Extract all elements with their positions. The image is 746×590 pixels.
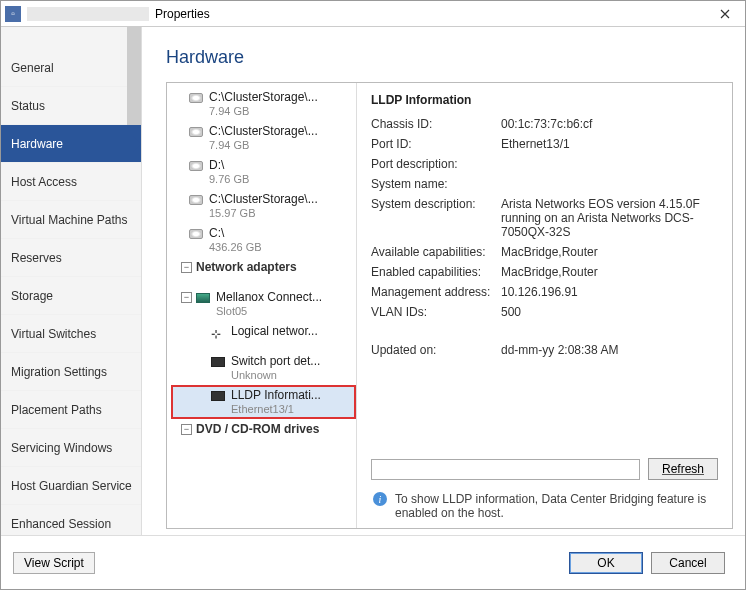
- close-button[interactable]: [705, 1, 745, 27]
- main-panel: Hardware C:\ClusterStorage\...7.94 GB C:…: [142, 27, 745, 535]
- sidebar-label: Reserves: [11, 251, 62, 265]
- kv-updated: Updated on:dd-mm-yy 2:08:38 AM: [371, 343, 718, 357]
- kv-row: System description:Arista Networks EOS v…: [371, 197, 718, 239]
- hardware-tree: C:\ClusterStorage\...7.94 GB C:\ClusterS…: [167, 83, 357, 528]
- app-icon: ▫: [5, 6, 21, 22]
- sidebar-item-host-access[interactable]: Host Access: [1, 163, 141, 201]
- collapse-icon[interactable]: −: [181, 424, 192, 435]
- cancel-button[interactable]: Cancel: [651, 552, 725, 574]
- disk-icon: [189, 195, 203, 205]
- sidebar-label: Migration Settings: [11, 365, 107, 379]
- status-input[interactable]: [371, 459, 640, 480]
- sidebar-item-servicing[interactable]: Servicing Windows: [1, 429, 141, 467]
- kv-row: Available capabilities:MacBridge,Router: [371, 245, 718, 259]
- sidebar-item-migration[interactable]: Migration Settings: [1, 353, 141, 391]
- kv-row: VLAN IDs:500: [371, 305, 718, 319]
- sidebar-label: Placement Paths: [11, 403, 102, 417]
- detail-pane: LLDP Information Chassis ID:00:1c:73:7c:…: [357, 83, 732, 528]
- sidebar-item-placement[interactable]: Placement Paths: [1, 391, 141, 429]
- port-icon: [211, 391, 225, 401]
- detail-title: LLDP Information: [371, 93, 718, 107]
- tree-header-dvd[interactable]: −DVD / CD-ROM drives: [171, 419, 356, 449]
- titlebar: ▫ Properties: [1, 1, 745, 27]
- refresh-button[interactable]: Refresh: [648, 458, 718, 480]
- disk-icon: [189, 127, 203, 137]
- tree-adapter-item[interactable]: −Mellanox Connect...Slot05: [171, 287, 356, 321]
- tree-disk-item[interactable]: C:\ClusterStorage\...15.97 GB: [171, 189, 356, 223]
- sidebar-item-reserves[interactable]: Reserves: [1, 239, 141, 277]
- sidebar-label: Virtual Machine Paths: [11, 213, 128, 227]
- info-icon: i: [373, 492, 387, 506]
- kv-row: Enabled capabilities:MacBridge,Router: [371, 265, 718, 279]
- sidebar-label: Servicing Windows: [11, 441, 112, 455]
- sidebar-item-general[interactable]: General: [1, 49, 141, 87]
- sidebar-label: Enhanced Session: [11, 517, 111, 531]
- ok-button[interactable]: OK: [569, 552, 643, 574]
- close-icon: [720, 9, 730, 19]
- sidebar-item-status[interactable]: Status: [1, 87, 141, 125]
- footer: View Script OK Cancel: [1, 535, 745, 589]
- view-script-button[interactable]: View Script: [13, 552, 95, 574]
- tree-disk-item[interactable]: C:\ClusterStorage\...7.94 GB: [171, 121, 356, 155]
- page-heading: Hardware: [166, 47, 733, 68]
- sidebar-item-guardian[interactable]: Host Guardian Service: [1, 467, 141, 505]
- kv-row: Port ID:Ethernet13/1: [371, 137, 718, 151]
- disk-icon: [189, 93, 203, 103]
- logical-network-icon: ⊹: [211, 327, 225, 337]
- kv-row: System name:: [371, 177, 718, 191]
- window-title: Properties: [155, 7, 210, 21]
- sidebar-item-vm-paths[interactable]: Virtual Machine Paths: [1, 201, 141, 239]
- disk-icon: [189, 229, 203, 239]
- tree-disk-item[interactable]: D:\9.76 GB: [171, 155, 356, 189]
- tree-lldp-info[interactable]: LLDP Informati...Ethernet13/1: [171, 385, 356, 419]
- tree-logical-network[interactable]: ⊹Logical networ...: [171, 321, 356, 351]
- tree-header-network[interactable]: −Network adapters: [171, 257, 356, 287]
- info-text: To show LLDP information, Data Center Br…: [395, 492, 716, 520]
- tree-switch-port[interactable]: Switch port det...Unknown: [171, 351, 356, 385]
- tree-disk-item[interactable]: C:\436.26 GB: [171, 223, 356, 257]
- sidebar-label: Virtual Switches: [11, 327, 96, 341]
- sidebar-item-storage[interactable]: Storage: [1, 277, 141, 315]
- sidebar: General Status Hardware Host Access Virt…: [1, 27, 142, 535]
- sidebar-item-enhanced[interactable]: Enhanced Session: [1, 505, 141, 535]
- title-redaction: [27, 7, 149, 21]
- collapse-icon[interactable]: −: [181, 262, 192, 273]
- port-icon: [211, 357, 225, 367]
- collapse-icon[interactable]: −: [181, 292, 192, 303]
- kv-row: Port description:: [371, 157, 718, 171]
- sidebar-item-hardware[interactable]: Hardware: [1, 125, 141, 163]
- sidebar-item-virtual-switches[interactable]: Virtual Switches: [1, 315, 141, 353]
- kv-row: Chassis ID:00:1c:73:7c:b6:cf: [371, 117, 718, 131]
- sidebar-label: Host Guardian Service: [11, 479, 132, 493]
- tree-disk-item[interactable]: C:\ClusterStorage\...7.94 GB: [171, 87, 356, 121]
- sidebar-label: Host Access: [11, 175, 77, 189]
- sidebar-label: Status: [11, 99, 45, 113]
- kv-row: Management address:10.126.196.91: [371, 285, 718, 299]
- sidebar-label: General: [11, 61, 54, 75]
- sidebar-label: Hardware: [11, 137, 63, 151]
- nic-icon: [196, 293, 210, 303]
- sidebar-label: Storage: [11, 289, 53, 303]
- disk-icon: [189, 161, 203, 171]
- info-message: i To show LLDP information, Data Center …: [371, 486, 718, 520]
